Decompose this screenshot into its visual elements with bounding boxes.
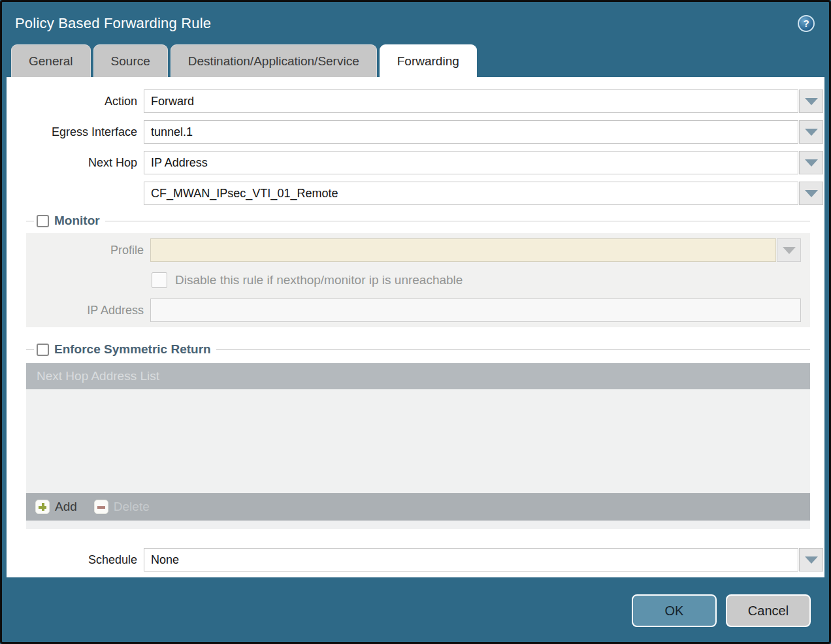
next-hop-address-list-table: Next Hop Address List Add Delete xyxy=(26,363,810,529)
tab-forwarding[interactable]: Forwarding xyxy=(380,44,477,77)
chevron-down-icon xyxy=(805,129,818,136)
add-button[interactable]: Add xyxy=(35,500,77,514)
monitor-legend: Monitor xyxy=(26,212,810,229)
disable-rule-checkbox xyxy=(152,272,167,288)
delete-button-label: Delete xyxy=(114,500,150,514)
action-dropdown-button[interactable] xyxy=(799,89,823,113)
ok-button[interactable]: OK xyxy=(632,594,717,627)
action-row: Action Forward xyxy=(7,89,823,113)
next-hop-dropdown-button[interactable] xyxy=(799,151,823,174)
next-hop-address-row: CF_MWAN_IPsec_VTI_01_Remote xyxy=(7,182,823,205)
next-hop-type-input[interactable]: IP Address xyxy=(144,151,798,174)
monitor-ip-address-input xyxy=(150,298,801,322)
monitor-ip-address-field xyxy=(150,298,801,322)
tab-bar: General Source Destination/Application/S… xyxy=(2,44,829,77)
next-hop-combobox: IP Address xyxy=(144,151,823,174)
disable-rule-label: Disable this rule if nexthop/monitor ip … xyxy=(175,273,463,287)
schedule-combobox: None xyxy=(144,548,823,572)
schedule-label: Schedule xyxy=(7,553,137,567)
tab-general[interactable]: General xyxy=(11,44,91,77)
next-hop-row: Next Hop IP Address xyxy=(7,151,823,174)
enforce-symmetric-return-legend-label: Enforce Symmetric Return xyxy=(54,342,216,357)
egress-interface-combobox: tunnel.1 xyxy=(144,120,823,144)
profile-dropdown-button xyxy=(777,238,801,262)
disable-rule-row: Disable this rule if nexthop/monitor ip … xyxy=(26,271,801,289)
next-hop-address-combobox: CF_MWAN_IPsec_VTI_01_Remote xyxy=(144,182,823,205)
dialog-title: Policy Based Forwarding Rule xyxy=(15,15,211,32)
profile-row: Profile xyxy=(26,238,801,262)
legend-line xyxy=(216,349,810,350)
action-input[interactable]: Forward xyxy=(144,89,798,113)
next-hop-address-dropdown-button[interactable] xyxy=(799,182,823,205)
next-hop-address-list-toolbar: Add Delete xyxy=(26,493,810,521)
egress-interface-dropdown-button[interactable] xyxy=(799,120,823,144)
tab-destination-application-service[interactable]: Destination/Application/Service xyxy=(171,44,377,77)
legend-line xyxy=(26,349,34,350)
chevron-down-icon xyxy=(805,159,818,167)
monitor-ip-address-row: IP Address xyxy=(26,298,801,322)
chevron-down-icon xyxy=(783,247,796,254)
forwarding-tab-panel: Action Forward Egress Interface tunnel.1… xyxy=(7,77,824,577)
profile-input xyxy=(150,238,776,262)
monitor-group: Monitor Profile Disable this rule if nex… xyxy=(26,212,810,327)
monitor-checkbox[interactable] xyxy=(37,215,49,227)
monitor-panel: Profile Disable this rule if nexthop/mon… xyxy=(26,233,810,327)
profile-label: Profile xyxy=(26,244,144,257)
egress-interface-row: Egress Interface tunnel.1 xyxy=(7,120,823,144)
cancel-button[interactable]: Cancel xyxy=(726,594,811,627)
plus-icon xyxy=(35,500,50,514)
chevron-down-icon xyxy=(805,98,818,105)
enforce-symmetric-return-legend: Enforce Symmetric Return xyxy=(26,341,810,358)
next-hop-address-list-column-header[interactable]: Next Hop Address List xyxy=(26,363,810,389)
enforce-symmetric-return-checkbox[interactable] xyxy=(37,344,49,356)
action-label: Action xyxy=(7,95,137,108)
minus-icon xyxy=(94,500,108,514)
next-hop-address-input[interactable]: CF_MWAN_IPsec_VTI_01_Remote xyxy=(144,182,798,205)
egress-interface-input[interactable]: tunnel.1 xyxy=(144,120,798,144)
enforce-symmetric-return-group: Enforce Symmetric Return Next Hop Addres… xyxy=(26,341,810,529)
schedule-row: Schedule None xyxy=(7,548,823,572)
next-hop-label: Next Hop xyxy=(7,156,137,170)
help-icon[interactable]: ? xyxy=(798,15,815,32)
add-button-label: Add xyxy=(55,500,77,514)
chevron-down-icon xyxy=(805,190,818,197)
dialog-titlebar: Policy Based Forwarding Rule ? xyxy=(2,2,829,44)
next-hop-address-list-body[interactable] xyxy=(26,389,810,493)
action-combobox: Forward xyxy=(144,89,823,113)
egress-interface-label: Egress Interface xyxy=(7,125,137,139)
chevron-down-icon xyxy=(805,556,818,564)
monitor-legend-label: Monitor xyxy=(54,214,105,228)
schedule-input[interactable]: None xyxy=(144,548,798,572)
profile-combobox xyxy=(150,238,801,262)
legend-line xyxy=(26,221,34,221)
tab-source[interactable]: Source xyxy=(93,44,168,77)
legend-line xyxy=(105,221,810,221)
schedule-dropdown-button[interactable] xyxy=(799,548,823,572)
monitor-ip-address-label: IP Address xyxy=(26,304,144,317)
dialog-footer: OK Cancel xyxy=(2,577,829,642)
delete-button[interactable]: Delete xyxy=(94,500,150,514)
